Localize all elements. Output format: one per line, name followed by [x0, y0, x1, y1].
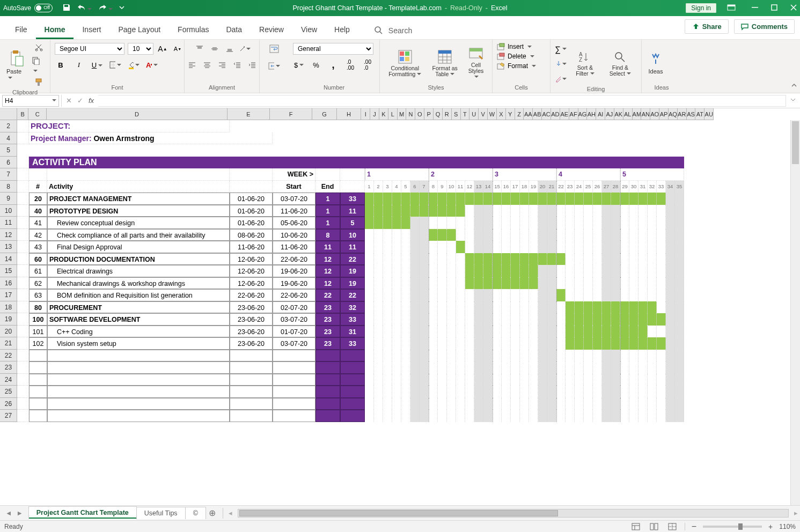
cell[interactable]	[17, 337, 29, 350]
cell[interactable]: 12-06-20	[230, 265, 273, 277]
row-header[interactable]: 9	[0, 193, 17, 205]
gantt-day-cell[interactable]	[657, 253, 666, 265]
cell[interactable]: 23	[315, 337, 340, 350]
row-header[interactable]: 15	[0, 265, 17, 277]
gantt-day-cell[interactable]	[374, 241, 383, 253]
column-header[interactable]: AJ	[605, 108, 614, 120]
gantt-day-cell[interactable]	[474, 398, 483, 410]
tab-scroll-right-icon[interactable]: ▸	[792, 509, 800, 517]
gantt-day-cell[interactable]	[383, 337, 392, 350]
gantt-day-cell[interactable]	[547, 217, 556, 229]
gantt-day-cell[interactable]	[420, 386, 429, 398]
cell[interactable]	[17, 386, 29, 398]
gantt-day-cell[interactable]	[611, 337, 620, 350]
gantt-day-cell[interactable]	[611, 253, 620, 265]
clear-icon[interactable]	[555, 73, 567, 85]
gantt-day-cell[interactable]	[593, 326, 602, 338]
gantt-day-cell[interactable]	[529, 398, 538, 410]
gantt-day-cell[interactable]	[538, 350, 547, 362]
gantt-day-cell[interactable]	[593, 313, 602, 326]
redo-icon[interactable]	[98, 4, 113, 13]
column-header[interactable]: AO	[650, 108, 659, 120]
gantt-day-cell[interactable]	[538, 205, 547, 217]
gantt-day-cell[interactable]	[556, 229, 566, 241]
cell[interactable]: 19-06-20	[273, 265, 315, 277]
gantt-day-cell[interactable]	[383, 313, 392, 326]
column-header[interactable]: AB	[533, 108, 542, 120]
gantt-day-cell[interactable]	[675, 350, 684, 362]
cell[interactable]	[47, 168, 230, 181]
insert-function-icon[interactable]: fx	[89, 97, 94, 105]
increase-decimal-icon[interactable]: .0.00	[344, 59, 356, 71]
gantt-day-cell[interactable]	[374, 374, 383, 386]
gantt-day-cell[interactable]	[638, 265, 648, 277]
gantt-day-cell[interactable]	[611, 241, 620, 253]
column-header[interactable]: U	[469, 108, 479, 120]
gantt-day-cell[interactable]	[420, 350, 429, 362]
cell[interactable]: 62	[29, 277, 47, 290]
row-header[interactable]: 26	[0, 398, 17, 410]
comma-format-icon[interactable]: ,	[327, 59, 339, 71]
gantt-day-cell[interactable]	[401, 253, 410, 265]
gantt-day-cell[interactable]	[392, 361, 401, 374]
gantt-day-cell[interactable]	[602, 193, 611, 205]
gantt-day-cell[interactable]	[657, 410, 666, 422]
tab-view[interactable]: View	[292, 20, 326, 39]
gantt-day-cell[interactable]	[483, 217, 493, 229]
gantt-day-cell[interactable]	[675, 337, 684, 350]
gantt-day-cell[interactable]	[410, 337, 420, 350]
gantt-day-cell[interactable]	[429, 193, 438, 205]
cell[interactable]	[315, 361, 340, 374]
gantt-day-cell[interactable]	[547, 289, 556, 301]
gantt-day-cell[interactable]	[556, 361, 566, 374]
gantt-day-cell[interactable]	[620, 205, 629, 217]
gantt-day-cell[interactable]	[401, 217, 410, 229]
gantt-day-cell[interactable]	[584, 253, 593, 265]
cell[interactable]: 1	[315, 193, 340, 205]
font-color-button[interactable]: A	[146, 59, 158, 71]
gantt-day-cell[interactable]	[538, 277, 547, 290]
gantt-day-cell[interactable]	[465, 337, 474, 350]
gantt-day-cell[interactable]	[374, 193, 383, 205]
gantt-day-cell[interactable]	[420, 301, 429, 314]
zoom-in-icon[interactable]: +	[768, 522, 773, 531]
cell[interactable]: 20	[29, 193, 47, 205]
gantt-day-cell[interactable]	[456, 253, 465, 265]
gantt-day-cell[interactable]: 15	[493, 181, 502, 193]
gantt-day-cell[interactable]	[474, 217, 483, 229]
gantt-day-cell[interactable]	[474, 350, 483, 362]
gantt-day-cell[interactable]	[420, 205, 429, 217]
cell-styles-button[interactable]: Cell Styles	[464, 45, 488, 81]
gantt-day-cell[interactable]	[666, 229, 675, 241]
cell[interactable]: 23-06-20	[230, 301, 273, 314]
cell[interactable]: 23-06-20	[230, 326, 273, 338]
gantt-day-cell[interactable]	[566, 205, 575, 217]
grid-body[interactable]: PROJECT:Project Manager: Owen ArmstrongA…	[17, 120, 800, 505]
gantt-day-cell[interactable]	[493, 265, 502, 277]
cell[interactable]: 22	[315, 289, 340, 301]
gantt-day-cell[interactable]: 2	[374, 181, 383, 193]
gantt-day-cell[interactable]	[429, 289, 438, 301]
gantt-day-cell[interactable]	[465, 326, 474, 338]
gantt-day-cell[interactable]	[556, 374, 566, 386]
gantt-day-cell[interactable]	[429, 277, 438, 290]
cell[interactable]	[17, 398, 29, 410]
gantt-day-cell[interactable]: 9	[438, 181, 447, 193]
cell[interactable]: 22-06-20	[230, 289, 273, 301]
gantt-day-cell[interactable]: 11	[456, 181, 465, 193]
gantt-day-cell[interactable]	[474, 313, 483, 326]
expand-formula-bar-icon[interactable]	[789, 97, 797, 105]
sheet-nav-prev-icon[interactable]: ◄	[5, 509, 12, 517]
gantt-day-cell[interactable]	[611, 313, 620, 326]
gantt-day-cell[interactable]	[374, 398, 383, 410]
gantt-day-cell[interactable]	[620, 410, 629, 422]
gantt-day-cell[interactable]	[392, 337, 401, 350]
autosave-toggle[interactable]: AutoSave Off	[3, 4, 53, 12]
cell[interactable]: 02-07-20	[273, 301, 315, 314]
gantt-day-cell[interactable]	[547, 410, 556, 422]
gantt-day-cell[interactable]	[511, 374, 520, 386]
gantt-day-cell[interactable]	[575, 241, 584, 253]
row-header[interactable]: 17	[0, 289, 17, 301]
gantt-day-cell[interactable]	[584, 313, 593, 326]
increase-font-icon[interactable]: A▲	[157, 43, 168, 55]
